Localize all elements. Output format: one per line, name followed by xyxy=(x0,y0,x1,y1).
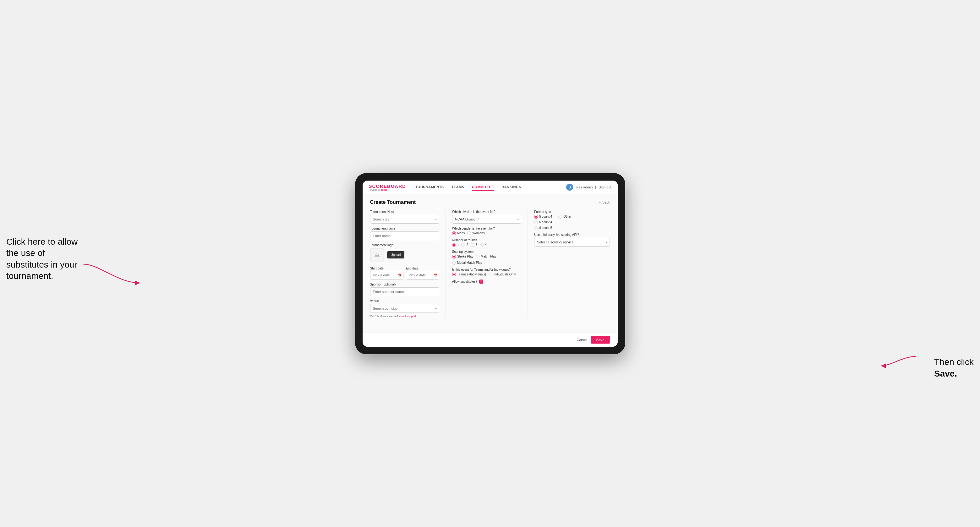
division-select[interactable]: NCAA Division I xyxy=(452,215,521,224)
rounds-radio-group: 1 2 3 4 xyxy=(452,243,521,247)
format-label: Format type xyxy=(534,210,610,214)
tournament-host-label: Tournament Host xyxy=(370,210,439,214)
rounds-4[interactable]: 4 xyxy=(480,243,487,247)
scoring-medal-radio[interactable] xyxy=(452,261,456,265)
division-label: Which division is the event for? xyxy=(452,210,521,214)
scoring-match[interactable]: Match Play xyxy=(476,255,496,259)
logo-powered: Powered by clippd xyxy=(369,189,406,191)
rounds-2-radio[interactable] xyxy=(461,243,465,247)
cancel-button[interactable]: Cancel xyxy=(577,338,587,342)
gender-label: Which gender is the event for? xyxy=(452,227,521,230)
format-6count5[interactable]: 6 count 5 xyxy=(534,226,610,230)
scoring-stroke-radio[interactable] xyxy=(452,255,456,259)
format-6count5-radio[interactable] xyxy=(534,226,538,230)
gender-womens[interactable]: Womens xyxy=(467,232,485,235)
sponsor-input[interactable] xyxy=(370,287,439,296)
format-5count4[interactable]: 5 count 4 xyxy=(534,215,552,219)
scoring-medal[interactable]: Medal Match Play xyxy=(452,261,482,265)
username: blair admin xyxy=(576,185,593,189)
nav-item-teams[interactable]: TEAMS xyxy=(452,184,465,190)
annotation-right: Then click Save. xyxy=(934,356,974,379)
logo-area: SCOREBOARD Powered by clippd xyxy=(369,183,406,191)
logo-upload-area: ⛰ Upload xyxy=(370,248,439,262)
rounds-1[interactable]: 1 xyxy=(452,243,459,247)
rounds-3[interactable]: 3 xyxy=(471,243,477,247)
gender-mens[interactable]: Mens xyxy=(452,232,465,235)
email-support-link[interactable]: email support xyxy=(399,315,416,318)
end-date-group: End date 📅 xyxy=(406,265,439,279)
calendar-icon-end: 📅 xyxy=(434,273,438,277)
page-content: Create Tournament < Back Tournament Host… xyxy=(363,194,618,333)
page-footer: Cancel Save xyxy=(363,333,618,347)
start-date-group: Start date 📅 xyxy=(370,265,403,279)
sponsor-group: Sponsor (optional) xyxy=(370,283,439,296)
substitutes-label: Allow substitutes? xyxy=(452,280,477,283)
api-label: Use third-party live scoring API? xyxy=(534,233,610,237)
teams-plus-radio[interactable] xyxy=(452,273,456,276)
format-6count4[interactable]: 6 count 4 xyxy=(534,221,610,224)
page-header: Create Tournament < Back xyxy=(370,199,610,205)
page-title: Create Tournament xyxy=(370,199,416,205)
col2: Which division is the event for? NCAA Di… xyxy=(452,210,528,318)
rounds-2[interactable]: 2 xyxy=(461,243,468,247)
tablet-frame: SCOREBOARD Powered by clippd TOURNAMENTS… xyxy=(355,173,625,354)
annotation-left: Click here to allow the use of substitut… xyxy=(6,236,82,282)
venue-label: Venue xyxy=(370,299,439,303)
logo-placeholder: ⛰ xyxy=(370,248,384,262)
save-button[interactable]: Save xyxy=(591,336,610,344)
rounds-label: Number of rounds xyxy=(452,238,521,242)
venue-help: Can't find your venue? email support xyxy=(370,315,439,318)
navbar: SCOREBOARD Powered by clippd TOURNAMENTS… xyxy=(363,181,618,194)
substitutes-group: Allow substitutes? ✓ xyxy=(452,279,521,284)
gender-mens-radio[interactable] xyxy=(452,232,456,235)
format-other-radio[interactable] xyxy=(558,215,562,219)
nav-item-committee[interactable]: COMMITTEE xyxy=(472,184,494,190)
api-group: Use third-party live scoring API? Select… xyxy=(534,233,610,246)
sign-out-link[interactable]: Sign out xyxy=(598,185,611,189)
avatar: B xyxy=(566,184,573,190)
tournament-logo-label: Tournament logo xyxy=(370,243,439,247)
scoring-match-radio[interactable] xyxy=(476,255,479,259)
api-select[interactable]: Select a scoring service xyxy=(534,238,610,246)
nav-item-rankings[interactable]: RANKINGS xyxy=(501,184,521,190)
tablet-screen: SCOREBOARD Powered by clippd TOURNAMENTS… xyxy=(363,181,618,347)
nav-right: B blair admin | Sign out xyxy=(566,184,611,190)
sponsor-label: Sponsor (optional) xyxy=(370,283,439,286)
tournament-host-input[interactable] xyxy=(370,215,439,224)
nav-items: TOURNAMENTS TEAMS COMMITTEE RANKINGS xyxy=(415,184,566,190)
col3: Format type 5 count 4 Other xyxy=(534,210,610,318)
tournament-name-input[interactable] xyxy=(370,232,439,240)
calendar-icon: 📅 xyxy=(398,273,402,277)
back-button[interactable]: < Back xyxy=(600,200,610,204)
upload-button[interactable]: Upload xyxy=(387,251,405,259)
col1: Tournament Host Tournament name Tourname… xyxy=(370,210,446,318)
arrow-left xyxy=(80,261,143,286)
scoring-label: Scoring system xyxy=(452,250,521,254)
end-date-wrap: 📅 xyxy=(406,271,439,279)
form-grid: Tournament Host Tournament name Tourname… xyxy=(370,210,610,318)
venue-input[interactable] xyxy=(370,304,439,313)
rounds-3-radio[interactable] xyxy=(471,243,474,247)
format-5count4-radio[interactable] xyxy=(534,215,538,219)
gender-womens-radio[interactable] xyxy=(467,232,471,235)
teams-label: Is this event for Teams and/or Individua… xyxy=(452,268,521,271)
teams-group: Is this event for Teams and/or Individua… xyxy=(452,268,521,276)
format-other[interactable]: Other xyxy=(558,215,571,219)
individuals-radio[interactable] xyxy=(488,273,492,276)
division-group: Which division is the event for? NCAA Di… xyxy=(452,210,521,224)
rounds-4-radio[interactable] xyxy=(480,243,484,247)
format-6count4-radio[interactable] xyxy=(534,221,538,224)
substitutes-item: Allow substitutes? ✓ xyxy=(452,279,521,284)
tournament-host-group: Tournament Host xyxy=(370,210,439,224)
start-date-label: Start date xyxy=(370,267,383,270)
rounds-1-radio[interactable] xyxy=(452,243,456,247)
nav-item-tournaments[interactable]: TOURNAMENTS xyxy=(415,184,444,190)
tournament-name-group: Tournament name xyxy=(370,227,439,240)
gender-group: Which gender is the event for? Mens Wome… xyxy=(452,227,521,235)
scoring-stroke[interactable]: Stroke Play xyxy=(452,255,473,259)
individuals-only[interactable]: Individuals Only xyxy=(488,273,516,276)
teams-plus-individuals[interactable]: Teams (+Individuals) xyxy=(452,273,486,276)
substitutes-checkbox[interactable]: ✓ xyxy=(479,279,483,284)
logo-scoreboard: SCOREBOARD xyxy=(369,183,406,189)
format-options: 5 count 4 Other 6 count 4 xyxy=(534,215,610,230)
